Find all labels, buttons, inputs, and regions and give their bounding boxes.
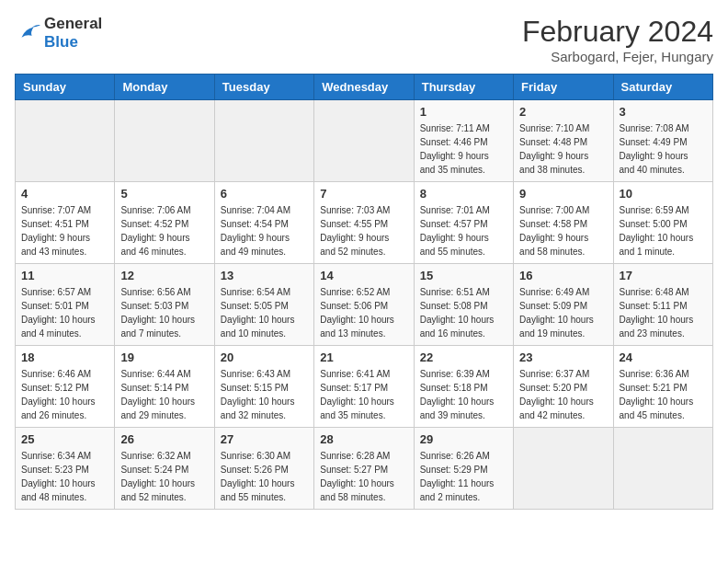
day-number: 26 — [120, 432, 208, 446]
calendar-cell — [214, 100, 313, 182]
day-info: Sunrise: 6:49 AMSunset: 5:09 PMDaylight:… — [519, 285, 607, 340]
day-number: 5 — [120, 187, 208, 201]
day-info: Sunrise: 7:11 AMSunset: 4:46 PMDaylight:… — [420, 121, 507, 177]
day-info: Sunrise: 7:03 AMSunset: 4:55 PMDaylight:… — [320, 203, 407, 259]
day-number: 13 — [221, 269, 308, 282]
calendar-cell: 25Sunrise: 6:34 AMSunset: 5:23 PMDayligh… — [16, 428, 115, 510]
title-area: February 2024 Sarbogard, Fejer, Hungary — [522, 15, 713, 64]
day-info: Sunrise: 6:46 AMSunset: 5:12 PMDaylight:… — [21, 367, 108, 422]
day-header-tuesday: Tuesday — [214, 75, 313, 100]
day-number: 2 — [519, 105, 607, 119]
logo: General Blue — [15, 15, 102, 51]
calendar-cell: 4Sunrise: 7:07 AMSunset: 4:51 PMDaylight… — [16, 182, 115, 264]
day-number: 10 — [620, 187, 707, 201]
calendar-week-3: 11Sunrise: 6:57 AMSunset: 5:01 PMDayligh… — [16, 264, 713, 346]
day-info: Sunrise: 6:41 AMSunset: 5:17 PMDaylight:… — [320, 367, 407, 422]
day-header-friday: Friday — [514, 75, 613, 100]
calendar-week-2: 4Sunrise: 7:07 AMSunset: 4:51 PMDaylight… — [16, 182, 713, 264]
day-number: 18 — [21, 350, 108, 364]
day-info: Sunrise: 6:39 AMSunset: 5:18 PMDaylight:… — [420, 367, 507, 422]
calendar-week-4: 18Sunrise: 6:46 AMSunset: 5:12 PMDayligh… — [16, 346, 713, 428]
day-number: 16 — [519, 269, 607, 282]
day-info: Sunrise: 6:57 AMSunset: 5:01 PMDaylight:… — [21, 285, 108, 340]
calendar-cell — [514, 428, 613, 510]
day-info: Sunrise: 7:08 AMSunset: 4:49 PMDaylight:… — [620, 121, 707, 177]
subtitle: Sarbogard, Fejer, Hungary — [522, 49, 713, 64]
logo-line2: Blue — [44, 33, 102, 52]
calendar-cell: 3Sunrise: 7:08 AMSunset: 4:49 PMDaylight… — [613, 100, 712, 182]
day-number: 20 — [221, 350, 308, 364]
day-info: Sunrise: 6:34 AMSunset: 5:23 PMDaylight:… — [21, 449, 108, 504]
calendar-cell: 7Sunrise: 7:03 AMSunset: 4:55 PMDaylight… — [314, 182, 414, 264]
day-number: 8 — [420, 187, 507, 201]
day-number: 17 — [620, 269, 707, 282]
calendar-cell: 12Sunrise: 6:56 AMSunset: 5:03 PMDayligh… — [115, 264, 214, 346]
calendar-cell: 9Sunrise: 7:00 AMSunset: 4:58 PMDaylight… — [514, 182, 613, 264]
day-number: 9 — [519, 187, 607, 201]
day-number: 29 — [420, 432, 507, 446]
day-info: Sunrise: 6:56 AMSunset: 5:03 PMDaylight:… — [120, 285, 208, 340]
day-number: 7 — [320, 187, 407, 201]
logo-line1: General — [44, 15, 102, 33]
calendar-cell — [314, 100, 414, 182]
calendar-cell: 27Sunrise: 6:30 AMSunset: 5:26 PMDayligh… — [214, 428, 313, 510]
main-title: February 2024 — [522, 15, 713, 49]
day-info: Sunrise: 7:04 AMSunset: 4:54 PMDaylight:… — [221, 203, 308, 259]
day-info: Sunrise: 7:06 AMSunset: 4:52 PMDaylight:… — [120, 203, 208, 259]
calendar-cell: 28Sunrise: 6:28 AMSunset: 5:27 PMDayligh… — [314, 428, 414, 510]
day-info: Sunrise: 6:43 AMSunset: 5:15 PMDaylight:… — [221, 367, 308, 422]
calendar-cell: 23Sunrise: 6:37 AMSunset: 5:20 PMDayligh… — [514, 346, 613, 428]
calendar-week-5: 25Sunrise: 6:34 AMSunset: 5:23 PMDayligh… — [16, 428, 713, 510]
day-info: Sunrise: 6:28 AMSunset: 5:27 PMDaylight:… — [320, 449, 407, 504]
calendar-cell: 19Sunrise: 6:44 AMSunset: 5:14 PMDayligh… — [115, 346, 214, 428]
day-number: 4 — [21, 187, 108, 201]
calendar-cell: 16Sunrise: 6:49 AMSunset: 5:09 PMDayligh… — [514, 264, 613, 346]
day-info: Sunrise: 7:00 AMSunset: 4:58 PMDaylight:… — [519, 203, 607, 259]
day-header-wednesday: Wednesday — [314, 75, 414, 100]
day-number: 19 — [120, 350, 208, 364]
day-info: Sunrise: 7:10 AMSunset: 4:48 PMDaylight:… — [519, 121, 607, 177]
calendar-cell: 18Sunrise: 6:46 AMSunset: 5:12 PMDayligh… — [16, 346, 115, 428]
day-number: 23 — [519, 350, 607, 364]
calendar-cell — [115, 100, 214, 182]
day-number: 1 — [420, 105, 507, 119]
calendar-cell: 22Sunrise: 6:39 AMSunset: 5:18 PMDayligh… — [414, 346, 513, 428]
calendar-cell: 15Sunrise: 6:51 AMSunset: 5:08 PMDayligh… — [414, 264, 513, 346]
day-info: Sunrise: 7:01 AMSunset: 4:57 PMDaylight:… — [420, 203, 507, 259]
day-number: 15 — [420, 269, 507, 282]
calendar-week-1: 1Sunrise: 7:11 AMSunset: 4:46 PMDaylight… — [16, 100, 713, 182]
day-info: Sunrise: 6:51 AMSunset: 5:08 PMDaylight:… — [420, 285, 507, 340]
day-info: Sunrise: 7:07 AMSunset: 4:51 PMDaylight:… — [21, 203, 108, 259]
calendar-table: SundayMondayTuesdayWednesdayThursdayFrid… — [15, 74, 713, 510]
day-number: 21 — [320, 350, 407, 364]
logo-icon — [15, 20, 40, 46]
day-info: Sunrise: 6:36 AMSunset: 5:21 PMDaylight:… — [620, 367, 707, 422]
day-info: Sunrise: 6:59 AMSunset: 5:00 PMDaylight:… — [620, 203, 707, 259]
calendar-cell: 11Sunrise: 6:57 AMSunset: 5:01 PMDayligh… — [16, 264, 115, 346]
calendar-cell: 17Sunrise: 6:48 AMSunset: 5:11 PMDayligh… — [613, 264, 712, 346]
day-number: 25 — [21, 432, 108, 446]
day-number: 12 — [120, 269, 208, 282]
calendar-cell: 5Sunrise: 7:06 AMSunset: 4:52 PMDaylight… — [115, 182, 214, 264]
day-number: 11 — [21, 269, 108, 282]
day-number: 27 — [221, 432, 308, 446]
calendar-cell: 13Sunrise: 6:54 AMSunset: 5:05 PMDayligh… — [214, 264, 313, 346]
day-info: Sunrise: 6:52 AMSunset: 5:06 PMDaylight:… — [320, 285, 407, 340]
calendar-cell: 6Sunrise: 7:04 AMSunset: 4:54 PMDaylight… — [214, 182, 313, 264]
calendar-cell: 10Sunrise: 6:59 AMSunset: 5:00 PMDayligh… — [613, 182, 712, 264]
day-header-monday: Monday — [115, 75, 214, 100]
calendar-cell: 14Sunrise: 6:52 AMSunset: 5:06 PMDayligh… — [314, 264, 414, 346]
day-info: Sunrise: 6:26 AMSunset: 5:29 PMDaylight:… — [420, 449, 507, 504]
day-info: Sunrise: 6:48 AMSunset: 5:11 PMDaylight:… — [620, 285, 707, 340]
calendar-cell: 2Sunrise: 7:10 AMSunset: 4:48 PMDaylight… — [514, 100, 613, 182]
day-number: 14 — [320, 269, 407, 282]
day-number: 22 — [420, 350, 507, 364]
day-info: Sunrise: 6:30 AMSunset: 5:26 PMDaylight:… — [221, 449, 308, 504]
header: General Blue February 2024 Sarbogard, Fe… — [15, 15, 713, 64]
calendar-cell: 8Sunrise: 7:01 AMSunset: 4:57 PMDaylight… — [414, 182, 513, 264]
day-info: Sunrise: 6:44 AMSunset: 5:14 PMDaylight:… — [120, 367, 208, 422]
calendar-cell: 29Sunrise: 6:26 AMSunset: 5:29 PMDayligh… — [414, 428, 513, 510]
day-info: Sunrise: 6:37 AMSunset: 5:20 PMDaylight:… — [519, 367, 607, 422]
calendar-cell: 26Sunrise: 6:32 AMSunset: 5:24 PMDayligh… — [115, 428, 214, 510]
day-info: Sunrise: 6:54 AMSunset: 5:05 PMDaylight:… — [221, 285, 308, 340]
